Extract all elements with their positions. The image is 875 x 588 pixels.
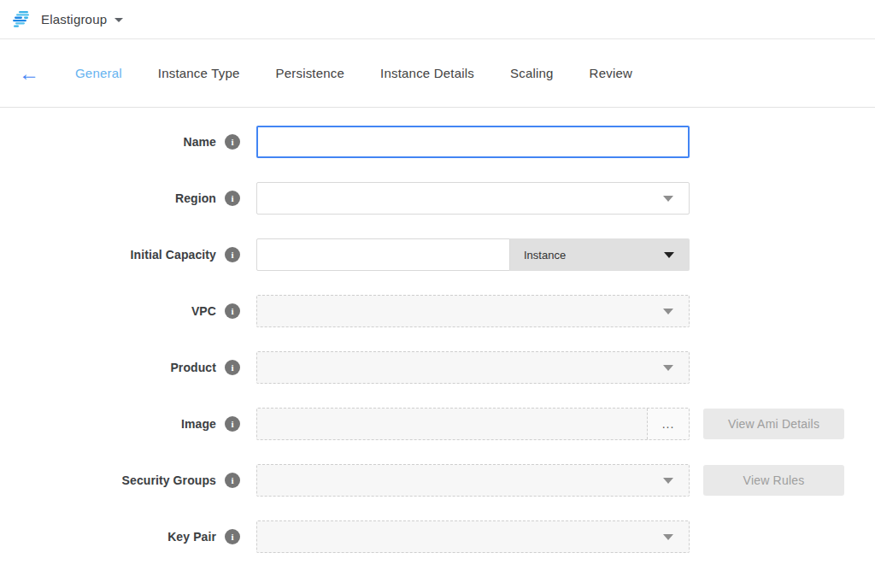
capacity-unit-value: Instance: [524, 249, 566, 262]
region-label: Region: [0, 191, 216, 205]
initial-capacity-input[interactable]: [256, 238, 510, 271]
initial-capacity-info-icon[interactable]: i: [225, 247, 240, 262]
tab-general[interactable]: General: [75, 66, 122, 80]
field-row-image: Image i ... View Ami Details: [0, 408, 875, 440]
field-row-region: Region i: [0, 182, 875, 215]
elastigroup-logo-icon: [12, 9, 32, 30]
tab-scaling[interactable]: Scaling: [510, 66, 554, 80]
capacity-unit-select[interactable]: Instance: [510, 238, 690, 271]
tab-instance-type[interactable]: Instance Type: [158, 66, 240, 80]
image-label: Image: [0, 417, 216, 431]
name-info-icon[interactable]: i: [225, 134, 240, 150]
wizard-tabs: General Instance Type Persistence Instan…: [75, 66, 668, 80]
image-info-icon[interactable]: i: [225, 416, 240, 432]
image-value-field: [257, 409, 647, 439]
image-picker: ...: [256, 408, 690, 440]
field-row-vpc: VPC i: [0, 295, 875, 327]
region-dropdown[interactable]: [256, 182, 690, 215]
wizard-tabbar: ← General Instance Type Persistence Inst…: [0, 39, 875, 108]
vpc-info-icon[interactable]: i: [225, 303, 240, 319]
vpc-dropdown: [256, 295, 690, 327]
field-row-security-groups: Security Groups i View Rules: [0, 464, 875, 497]
capacity-unit-caret-icon: [664, 252, 674, 258]
security-groups-label: Security Groups: [0, 473, 216, 487]
tab-persistence[interactable]: Persistence: [276, 66, 345, 80]
vpc-label: VPC: [0, 304, 216, 318]
name-input[interactable]: [256, 126, 690, 158]
field-row-product: Product i: [0, 351, 875, 384]
key-pair-label: Key Pair: [0, 530, 216, 544]
tab-review[interactable]: Review: [590, 66, 632, 80]
image-browse-button[interactable]: ...: [647, 409, 689, 439]
field-row-key-pair: Key Pair i: [0, 520, 875, 553]
product-caret-icon: [663, 365, 673, 371]
security-groups-dropdown: [256, 464, 690, 497]
field-row-name: Name i: [0, 126, 875, 158]
general-form: Name i Region i Initial Capacity i Insta…: [0, 108, 875, 553]
key-pair-dropdown: [256, 520, 690, 553]
key-pair-info-icon[interactable]: i: [225, 529, 240, 544]
security-groups-caret-icon: [663, 478, 673, 484]
view-ami-details-button[interactable]: View Ami Details: [703, 409, 844, 439]
key-pair-caret-icon: [663, 534, 673, 540]
security-groups-info-icon[interactable]: i: [225, 473, 240, 488]
app-header: Elastigroup: [0, 0, 875, 39]
app-switcher-label[interactable]: Elastigroup: [41, 12, 107, 26]
product-dropdown: [256, 351, 690, 384]
name-label: Name: [0, 135, 216, 149]
tab-instance-details[interactable]: Instance Details: [380, 66, 474, 80]
back-arrow-icon[interactable]: ←: [17, 63, 41, 84]
app-switcher-caret-icon[interactable]: [115, 18, 123, 22]
product-info-icon[interactable]: i: [225, 360, 240, 375]
region-info-icon[interactable]: i: [225, 191, 240, 206]
product-label: Product: [0, 361, 216, 374]
region-caret-icon: [663, 196, 673, 202]
field-row-initial-capacity: Initial Capacity i Instance: [0, 238, 875, 271]
vpc-caret-icon: [663, 309, 673, 315]
initial-capacity-label: Initial Capacity: [0, 248, 216, 262]
view-rules-button[interactable]: View Rules: [703, 465, 844, 496]
